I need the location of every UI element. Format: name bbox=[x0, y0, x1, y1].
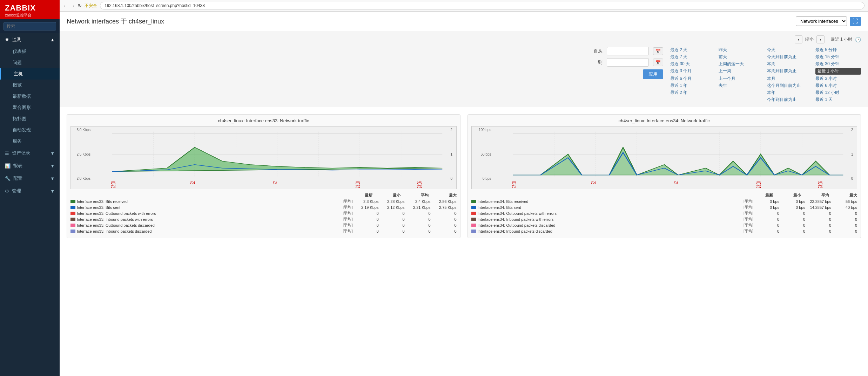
legend-item-label: Interface ens33: Inbound packets discard… bbox=[77, 229, 340, 233]
chart-ens34-area: 100 bps 50 bps 0 bps 2 1 0 bbox=[471, 126, 857, 189]
legend-color-swatch bbox=[471, 212, 476, 215]
quick-time-link[interactable]: 昨天 bbox=[719, 47, 764, 53]
quick-time-link[interactable]: 最近 7 天 bbox=[670, 54, 716, 60]
quick-time-link[interactable]: 最近 12 小时 bbox=[815, 90, 861, 96]
legend-color-swatch bbox=[70, 230, 75, 233]
from-calendar-icon[interactable]: 📅 bbox=[653, 47, 663, 55]
quick-time-link[interactable]: 上一周 bbox=[719, 68, 764, 75]
legend-tag: [平均] bbox=[743, 228, 753, 234]
legend-max-val: 0 bbox=[354, 217, 379, 221]
quick-time-link[interactable]: 这个月到目前为止 bbox=[767, 83, 813, 89]
legend-peak-val: 40 bps bbox=[833, 205, 857, 210]
quick-time-link[interactable]: 上周的这一天 bbox=[719, 61, 764, 67]
quick-time-link[interactable]: 最近 1 小时 bbox=[815, 68, 861, 75]
quick-time-link[interactable]: 本月 bbox=[767, 76, 813, 82]
search-input[interactable] bbox=[4, 22, 56, 30]
quick-time-link[interactable]: 今年到目前为止 bbox=[767, 97, 813, 103]
quick-time-link[interactable]: 最近 5 分钟 bbox=[815, 47, 861, 53]
quick-time-link[interactable]: 最近 15 分钟 bbox=[815, 54, 861, 60]
quick-time-link[interactable]: 最近 1 天 bbox=[815, 97, 861, 103]
time-filter-form: 自从 now-1h 📅 到 now 📅 应用 bbox=[593, 47, 663, 79]
legend-max-val: 0 bbox=[755, 229, 779, 233]
sidebar-item-latest[interactable]: 最新数据 bbox=[0, 91, 60, 102]
apply-button[interactable]: 应用 bbox=[643, 69, 663, 79]
time-next-button[interactable]: › bbox=[816, 35, 824, 43]
legend-min-val: 0 bbox=[781, 217, 805, 221]
legend-tag: [平均] bbox=[743, 223, 753, 228]
quick-time-link[interactable]: 本周到目前为止 bbox=[767, 68, 813, 75]
quick-time-link[interactable]: 最近 3 个月 bbox=[670, 68, 716, 75]
svg-text:22: 22 bbox=[673, 181, 679, 184]
sidebar-group-assets[interactable]: ☰资产记录▼ bbox=[0, 147, 60, 159]
clock-icon: 🕐 bbox=[855, 37, 861, 42]
svg-text:23:00: 23:00 bbox=[355, 181, 361, 188]
legend-item-label: Interface ens34: Inbound packets with er… bbox=[478, 217, 741, 221]
header-right: Network interfaces ⛶ bbox=[796, 16, 861, 26]
sidebar-item-autodiscovery[interactable]: 自动发现 bbox=[0, 124, 60, 136]
legend-color-swatch bbox=[70, 218, 75, 221]
time-navigation: ‹ 缩小 › 最近 1 小时 🕐 bbox=[67, 35, 861, 43]
sidebar-logo[interactable]: ZABBIX zabbix监控平台 bbox=[0, 0, 60, 19]
legend-peak-val: 0 bbox=[833, 223, 857, 227]
to-calendar-icon[interactable]: 📅 bbox=[653, 59, 663, 66]
quick-time-link[interactable] bbox=[719, 90, 764, 96]
time-prev-button[interactable]: ‹ bbox=[795, 35, 802, 43]
legend-min-val: 0 bbox=[380, 229, 405, 233]
quick-time-link[interactable]: 本周 bbox=[767, 61, 813, 67]
sidebar-group-admin[interactable]: ⚙管理▼ bbox=[0, 185, 60, 197]
quick-time-link[interactable]: 最近 30 天 bbox=[670, 61, 716, 67]
sidebar-item-hosts[interactable]: 主机 bbox=[0, 68, 60, 80]
legend-row: Interface ens34: Outbound packets with e… bbox=[471, 211, 857, 216]
sidebar-item-overview[interactable]: 概览 bbox=[0, 80, 60, 91]
legend-peak-val: 2.75 Kbps bbox=[432, 205, 457, 210]
content-area: Network interfaces 于 ch4ser_linux Networ… bbox=[60, 12, 868, 376]
sidebar-group-config[interactable]: 🔧配置▼ bbox=[0, 172, 60, 185]
legend-peak-val: 0 bbox=[432, 223, 457, 227]
legend-avg-val: 14.2857 bps bbox=[807, 205, 831, 210]
quick-time-link[interactable]: 上一个月 bbox=[719, 76, 764, 82]
legend-tag: [平均] bbox=[743, 199, 753, 204]
zoom-out-label: 缩小 bbox=[805, 36, 814, 42]
quick-time-link[interactable]: 最近 3 小时 bbox=[815, 76, 861, 82]
sidebar-item-services[interactable]: 服务 bbox=[0, 136, 60, 147]
from-input[interactable]: now-1h bbox=[607, 47, 649, 55]
quick-time-link[interactable]: 本年 bbox=[767, 90, 813, 96]
back-button[interactable]: ← bbox=[63, 3, 68, 8]
quick-time-link[interactable]: 最近 2 年 bbox=[670, 90, 716, 96]
forward-button[interactable]: → bbox=[70, 3, 75, 8]
quick-time-link[interactable]: 最近 6 小时 bbox=[815, 83, 861, 89]
legend-peak-val: 0 bbox=[432, 229, 457, 233]
legend-peak-val: 2.86 Kbps bbox=[432, 199, 457, 204]
sidebar-group-monitor[interactable]: 👁监测▲ bbox=[0, 33, 60, 46]
fullscreen-button[interactable]: ⛶ bbox=[850, 17, 861, 26]
sidebar-item-graphs[interactable]: 聚合图形 bbox=[0, 102, 60, 113]
quick-time-link[interactable]: 最近 30 分钟 bbox=[815, 61, 861, 67]
sidebar-item-problems[interactable]: 问题 bbox=[0, 57, 60, 68]
quick-time-link[interactable] bbox=[670, 97, 716, 103]
quick-time-link[interactable]: 今天 bbox=[767, 47, 813, 53]
legend-avg-val: 0 bbox=[807, 223, 831, 227]
quick-time-link[interactable]: 最近 2 天 bbox=[670, 47, 716, 53]
quick-time-link[interactable]: 今天到目前为止 bbox=[767, 54, 813, 60]
url-bar[interactable]: 192.168.1.100/zabbix/host_screen.php?hos… bbox=[100, 2, 864, 9]
reload-button[interactable]: ↻ bbox=[78, 3, 82, 8]
sidebar-item-dashboard[interactable]: 仪表板 bbox=[0, 46, 60, 57]
sidebar-item-topology[interactable]: 拓扑图 bbox=[0, 113, 60, 124]
legend-max-val: 0 bps bbox=[755, 199, 779, 204]
time-controls: ‹ 缩小 › 最近 1 小时 🕐 自从 now-1h 📅 到 now 📅 bbox=[60, 31, 868, 107]
legend-max-val: 0 bbox=[755, 223, 779, 227]
quick-time-link[interactable]: 最近 6 个月 bbox=[670, 76, 716, 82]
quick-time-link[interactable]: 去年 bbox=[719, 83, 764, 89]
sidebar-nav: 👁监测▲仪表板问题主机概览最新数据聚合图形拓扑图自动发现服务☰资产记录▼📊报表▼… bbox=[0, 33, 60, 197]
quick-time-link[interactable] bbox=[719, 97, 764, 103]
to-input[interactable]: now bbox=[607, 58, 649, 67]
legend-ens34-rows: Interface ens34: Bits received [平均] 0 bp… bbox=[471, 199, 857, 234]
screen-selector[interactable]: Network interfaces bbox=[796, 16, 847, 26]
legend-row: Interface ens34: Outbound packets discar… bbox=[471, 223, 857, 228]
legend-color-swatch bbox=[70, 200, 75, 203]
quick-time-link[interactable]: 最近 1 年 bbox=[670, 83, 716, 89]
quick-time-link[interactable]: 前天 bbox=[719, 54, 764, 60]
chart-ens33-area: 3.0 Kbps 2.5 Kbps 2.0 Kbps 2 1 0 bbox=[70, 126, 457, 189]
svg-text:22: 22 bbox=[190, 181, 196, 184]
sidebar-group-reports[interactable]: 📊报表▼ bbox=[0, 159, 60, 172]
